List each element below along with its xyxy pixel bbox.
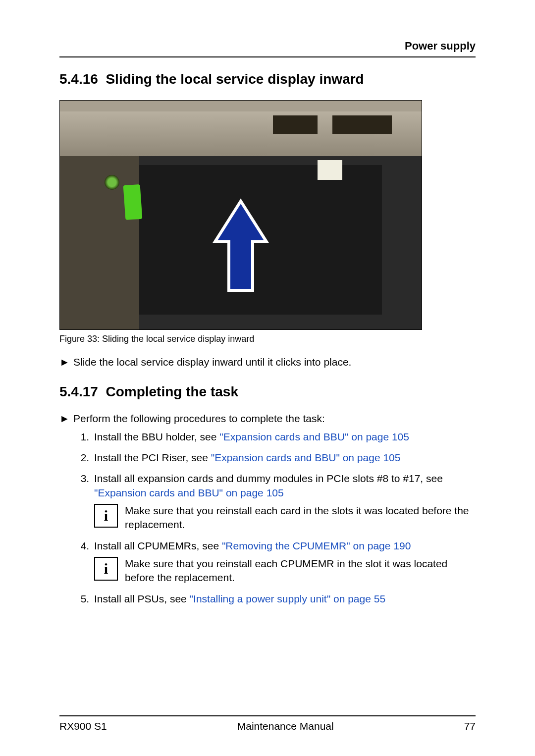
step-text: Perform the following procedures to comp…: [73, 412, 325, 426]
cross-reference-link[interactable]: "Expansion cards and BBU" on page 105: [219, 431, 409, 442]
list-item: Install all PSUs, see "Installing a powe…: [92, 592, 476, 606]
page-footer: RX900 S1 Maintenance Manual 77: [59, 715, 476, 732]
item-text: Install all CPUMEMRs, see: [94, 540, 222, 551]
info-note: i Make sure that you reinstall each CPUM…: [94, 557, 476, 585]
item-text: Install all PSUs, see: [94, 593, 190, 604]
footer-rule: [59, 715, 476, 716]
list-item: Install all CPUMEMRs, see "Removing the …: [92, 539, 476, 585]
item-text: Install all expansion cards and dummy mo…: [94, 473, 443, 484]
list-item: Install all expansion cards and dummy mo…: [92, 472, 476, 532]
cross-reference-link[interactable]: "Installing a power supply unit" on page…: [190, 593, 386, 604]
section-heading-5-4-17: 5.4.17 Completing the task: [59, 384, 476, 400]
running-title: Power supply: [405, 40, 476, 53]
step-marker-icon: ►: [59, 412, 67, 426]
cross-reference-link[interactable]: "Expansion cards and BBU" on page 105: [94, 487, 284, 498]
figure-caption: Figure 33: Sliding the local service dis…: [59, 334, 476, 344]
figure-connector: [318, 160, 342, 180]
section-title: Sliding the local service display inward: [106, 71, 364, 87]
figure-green-clip: [123, 184, 143, 220]
header-rule: [59, 56, 476, 57]
figure-left-panel: [60, 156, 139, 329]
footer-doc-title: Maintenance Manual: [237, 720, 334, 732]
step-text: Slide the local service display inward u…: [73, 355, 351, 369]
footer-page-number: 77: [464, 720, 476, 732]
figure-slot: [332, 115, 392, 134]
info-text: Make sure that you reinstall each CPUMEM…: [125, 557, 476, 585]
figure-33-image: [59, 100, 422, 330]
info-icon: i: [94, 557, 118, 581]
section-title: Completing the task: [106, 384, 238, 399]
document-page: Power supply 5.4.16 Sliding the local se…: [0, 0, 535, 756]
up-arrow-icon: [211, 197, 270, 296]
section-heading-5-4-16: 5.4.16 Sliding the local service display…: [59, 71, 476, 87]
section-number: 5.4.17: [59, 384, 98, 399]
info-text: Make sure that you reinstall each card i…: [125, 504, 476, 532]
info-icon: i: [94, 504, 118, 528]
figure-slot: [273, 115, 318, 134]
step-marker-icon: ►: [59, 355, 67, 369]
info-note: i Make sure that you reinstall each card…: [94, 504, 476, 532]
list-item: Install the BBU holder, see "Expansion c…: [92, 430, 476, 444]
procedure-list: Install the BBU holder, see "Expansion c…: [59, 430, 476, 606]
item-text: Install the PCI Riser, see: [94, 452, 211, 463]
cross-reference-link[interactable]: "Expansion cards and BBU" on page 105: [211, 452, 401, 463]
section-number: 5.4.16: [59, 71, 98, 87]
item-text: Install the BBU holder, see: [94, 431, 219, 442]
figure-screw: [105, 175, 119, 190]
list-item: Install the PCI Riser, see "Expansion ca…: [92, 451, 476, 465]
procedure-step: ► Slide the local service display inward…: [59, 355, 476, 369]
running-header: Power supply: [59, 40, 476, 53]
procedure-step: ► Perform the following procedures to co…: [59, 412, 476, 426]
footer-model: RX900 S1: [59, 720, 107, 732]
cross-reference-link[interactable]: "Removing the CPUMEMR" on page 190: [222, 540, 411, 551]
